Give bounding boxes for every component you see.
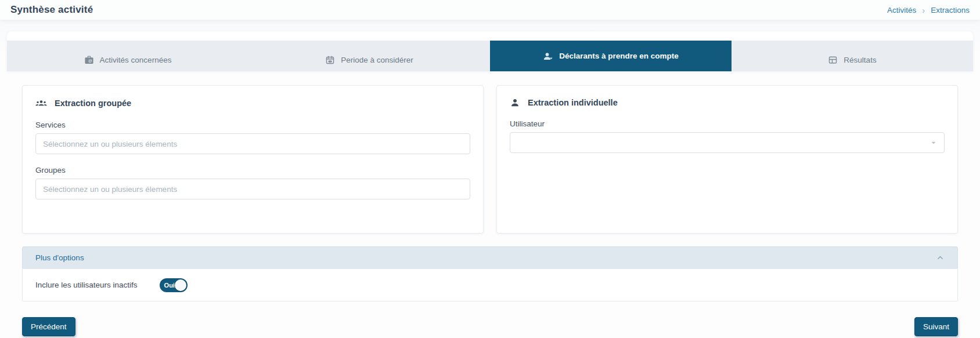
breadcrumb-activites[interactable]: Activités	[887, 6, 916, 14]
utilisateur-label: Utilisateur	[510, 119, 945, 128]
utilisateur-select[interactable]	[510, 132, 945, 153]
table-icon	[828, 55, 838, 65]
chevron-up-icon	[936, 253, 945, 262]
breadcrumb-separator-icon: ›	[922, 6, 925, 14]
tab-label: Résultats	[844, 56, 876, 64]
options-collapse-header[interactable]: Plus d'options	[22, 246, 958, 268]
extraction-panels: Extraction groupée Services Groupes Extr…	[22, 85, 958, 234]
toggle-state-label: Oui	[164, 282, 175, 289]
options-section: Plus d'options Inclure les utilisateurs …	[22, 246, 958, 301]
tab-label: Déclarants à prendre en compte	[559, 52, 679, 60]
groupes-label: Groupes	[35, 166, 470, 175]
tab-label: Activités concernées	[100, 56, 172, 64]
include-inactive-users-toggle[interactable]: Oui	[160, 278, 188, 292]
tab-declarants-a-prendre-en-compte[interactable]: Déclarants à prendre en compte	[490, 41, 732, 71]
tab-label: Periode à considérer	[341, 56, 413, 64]
toggle-knob	[175, 279, 186, 291]
briefcase-search-icon	[84, 55, 94, 65]
options-body: Inclure les utilisateurs inactifs Oui	[22, 268, 958, 301]
wizard-tab-bar: Activités concernées Periode à considére…	[7, 41, 973, 71]
panel-extraction-groupee: Extraction groupée Services Groupes	[22, 85, 484, 234]
services-input[interactable]	[35, 133, 470, 154]
groups-icon	[35, 97, 47, 109]
tab-activites-concernees[interactable]: Activités concernées	[7, 48, 248, 71]
panel-extraction-individuelle: Extraction individuelle Utilisateur	[496, 85, 958, 234]
page-title: Synthèse activité	[10, 4, 93, 16]
main-content: Activités concernées Periode à considére…	[0, 31, 980, 336]
tab-resultats[interactable]: Résultats	[732, 48, 973, 71]
panel-individual-title: Extraction individuelle	[528, 98, 618, 107]
breadcrumb-extractions[interactable]: Extractions	[931, 6, 970, 14]
next-button[interactable]: Suivant	[914, 317, 958, 336]
panel-individual-title-row: Extraction individuelle	[510, 97, 945, 108]
caret-down-icon	[929, 138, 938, 147]
tab-periode-a-considerer[interactable]: Periode à considérer	[248, 48, 490, 71]
app-header: Synthèse activité Activités › Extraction…	[0, 0, 980, 20]
breadcrumb: Activités › Extractions	[887, 6, 971, 14]
previous-button[interactable]: Précédent	[22, 317, 75, 336]
person-caret-icon	[543, 51, 553, 61]
services-label: Services	[35, 121, 470, 129]
panel-grouped-title-row: Extraction groupée	[35, 97, 470, 109]
wizard-card: Activités concernées Periode à considére…	[7, 31, 973, 71]
include-inactive-users-label: Inclure les utilisateurs inactifs	[35, 281, 138, 289]
groupes-input[interactable]	[35, 179, 470, 199]
calendar-range-icon	[325, 55, 335, 65]
person-icon	[510, 97, 520, 108]
wizard-footer: Précédent Suivant	[22, 317, 958, 336]
panel-grouped-title: Extraction groupée	[55, 99, 131, 108]
options-title: Plus d'options	[35, 253, 84, 262]
